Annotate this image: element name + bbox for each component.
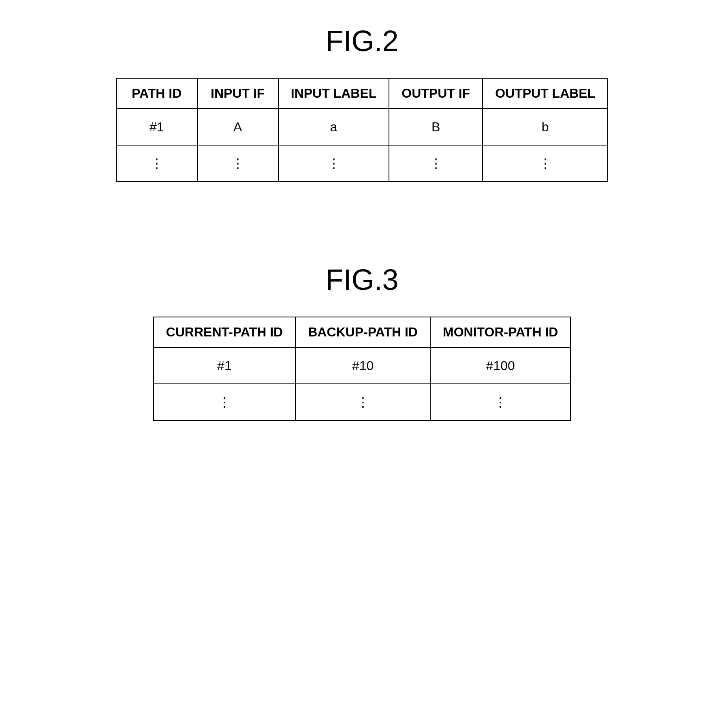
fig3-r2-monitor-path-id: ⋮ bbox=[430, 384, 570, 420]
fig3-header-row: CURRENT-PATH ID BACKUP-PATH ID MONITOR-P… bbox=[154, 317, 571, 347]
fig2-r1-output-if: B bbox=[389, 109, 483, 145]
fig3-r1-monitor-path-id: #100 bbox=[430, 347, 570, 384]
fig2-col-output-label: OUTPUT LABEL bbox=[483, 78, 608, 109]
fig2-r2-input-if: ⋮ bbox=[197, 145, 278, 182]
fig3-data-row-1: #1 #10 #100 bbox=[154, 347, 571, 384]
fig3-data-row-2: ⋮ ⋮ ⋮ bbox=[154, 384, 571, 420]
fig2-col-input-label: INPUT LABEL bbox=[278, 78, 389, 109]
fig3-table: CURRENT-PATH ID BACKUP-PATH ID MONITOR-P… bbox=[153, 317, 571, 421]
fig3-col-backup-path-id: BACKUP-PATH ID bbox=[295, 317, 430, 347]
fig2-r2-path-id: ⋮ bbox=[116, 145, 197, 182]
fig3-section: FIG.3 CURRENT-PATH ID BACKUP-PATH ID MON… bbox=[0, 263, 724, 421]
fig2-header-row: PATH ID INPUT IF INPUT LABEL OUTPUT IF O… bbox=[116, 78, 608, 109]
fig2-r2-input-label: ⋮ bbox=[278, 145, 389, 182]
fig2-section: FIG.2 PATH ID INPUT IF INPUT LABEL OUTPU… bbox=[0, 24, 724, 182]
fig2-r1-output-label: b bbox=[483, 109, 608, 145]
fig2-title: FIG.2 bbox=[325, 24, 398, 58]
fig2-r2-output-if: ⋮ bbox=[389, 145, 483, 182]
fig2-r1-input-label: a bbox=[278, 109, 389, 145]
fig2-r1-input-if: A bbox=[197, 109, 278, 145]
fig3-title: FIG.3 bbox=[325, 263, 398, 296]
fig2-data-row-1: #1 A a B b bbox=[116, 109, 608, 145]
fig3-r2-backup-path-id: ⋮ bbox=[295, 384, 430, 420]
fig2-data-row-2: ⋮ ⋮ ⋮ ⋮ ⋮ bbox=[116, 145, 608, 182]
fig3-r1-backup-path-id: #10 bbox=[295, 347, 430, 384]
fig2-r1-path-id: #1 bbox=[116, 109, 197, 145]
fig2-col-input-if: INPUT IF bbox=[197, 78, 278, 109]
fig2-r2-output-label: ⋮ bbox=[483, 145, 608, 182]
fig2-col-path-id: PATH ID bbox=[116, 78, 197, 109]
fig3-r2-current-path-id: ⋮ bbox=[154, 384, 296, 420]
fig2-col-output-if: OUTPUT IF bbox=[389, 78, 483, 109]
fig2-table: PATH ID INPUT IF INPUT LABEL OUTPUT IF O… bbox=[116, 78, 609, 182]
fig3-col-current-path-id: CURRENT-PATH ID bbox=[154, 317, 296, 347]
fig3-r1-current-path-id: #1 bbox=[154, 347, 296, 384]
fig3-col-monitor-path-id: MONITOR-PATH ID bbox=[430, 317, 570, 347]
